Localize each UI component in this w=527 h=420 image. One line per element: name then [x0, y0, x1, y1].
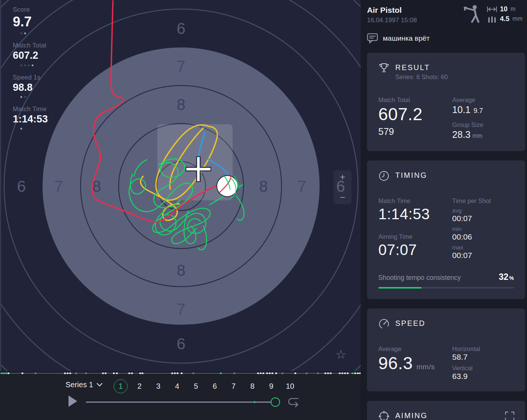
speed-vertical-value: 63.9: [452, 372, 514, 381]
caliber-row: 4.5 mm: [487, 15, 522, 23]
match-time-value: 1:14:53: [378, 205, 452, 223]
series-button-7[interactable]: 7: [227, 379, 241, 393]
stat-score-label: Score: [13, 6, 48, 14]
loop-button[interactable]: [288, 396, 300, 409]
stat-match-time-dots[interactable]: [20, 128, 48, 130]
stat-dot[interactable]: [20, 32, 22, 34]
app-window: 6 7 8 8 7 6 6 7 8 8 7 6: [0, 0, 527, 420]
series-button-1[interactable]: 1: [114, 379, 128, 393]
stats-overlay: Score 9.7 Match Total 607.2 Speed 1s 98.…: [13, 6, 48, 137]
timeline-tick: [257, 373, 259, 374]
series-button-10[interactable]: 10: [283, 379, 297, 393]
stat-speed-dots[interactable]: [20, 96, 48, 98]
tempo-value: 32%: [499, 272, 514, 282]
ring-label-8-bottom: 8: [177, 261, 185, 279]
speed-components-block: Horizontal 58.7 Vertical 63.9: [452, 345, 514, 381]
stat-dot[interactable]: [24, 96, 26, 98]
stat-dot[interactable]: [32, 64, 34, 66]
caliber-unit: mm: [512, 15, 522, 22]
result-match-total-secondary: 579: [378, 126, 452, 137]
series-dropdown[interactable]: Series 1: [65, 380, 102, 389]
timeline-tick: [324, 373, 326, 374]
result-card-titles: RESULT Series: 6 Shots: 60: [395, 63, 448, 81]
distance-unit: m: [510, 6, 515, 12]
series-button-6[interactable]: 6: [208, 379, 222, 393]
series-button-4[interactable]: 4: [170, 379, 184, 393]
timeline-tick: [116, 373, 118, 374]
result-group-size-label: Group Size: [452, 121, 514, 128]
slider-handle[interactable]: [271, 397, 280, 407]
shot-timeline[interactable]: [0, 372, 361, 374]
timeline-tick: [339, 373, 341, 374]
timeline-tick: [64, 373, 66, 374]
timeline-tick: [105, 373, 107, 374]
trophy-icon: [378, 63, 390, 74]
speed-card-header: SPEED: [378, 318, 514, 330]
stat-dot[interactable]: [28, 64, 30, 66]
zoom-in-button[interactable]: +: [334, 171, 352, 183]
distance-row: 10 m: [487, 5, 522, 13]
timeline-tick: [5, 373, 7, 374]
series-button-5[interactable]: 5: [189, 379, 203, 393]
series-button-8[interactable]: 8: [245, 379, 259, 393]
aiming-expand-button[interactable]: [505, 411, 515, 420]
ring-label-6-left: 6: [17, 177, 26, 195]
tempo-number: 32: [499, 272, 509, 282]
aiming-title: AIMING: [395, 411, 428, 420]
result-card: RESULT Series: 6 Shots: 60 Match Total 6…: [367, 53, 525, 151]
speed-card: SPEED Average 96.3mm/s Horizontal 58.7 V…: [367, 309, 525, 391]
series-button-2[interactable]: 2: [133, 379, 146, 393]
result-card-header: RESULT Series: 6 Shots: 60: [378, 63, 514, 81]
stat-dot[interactable]: [20, 128, 22, 130]
series-row: Series 1 1 2 3 4 5 6 7 8 9 10: [0, 379, 361, 394]
stat-dot[interactable]: [24, 32, 26, 34]
series-button-9[interactable]: 9: [264, 379, 278, 393]
ring-label-6-bottom: 6: [177, 335, 185, 353]
shooter-icon: [463, 4, 482, 24]
play-button[interactable]: [68, 395, 78, 409]
tps-avg-label: avg: [452, 207, 514, 214]
ring-label-7-left: 7: [54, 177, 63, 195]
timeline-tick: [269, 373, 271, 374]
stat-dot[interactable]: [20, 64, 22, 66]
target-canvas: 6 7 8 8 7 6 6 7 8 8 7 6: [0, 0, 361, 371]
result-group-size-main: 28.3: [452, 129, 471, 140]
stat-match-time-value: 1:14:53: [13, 113, 48, 125]
zoom-control: + −: [334, 170, 352, 204]
stat-dot[interactable]: [20, 96, 22, 98]
comment-text: машинка врёт: [383, 34, 430, 43]
ring-label-8-right: 8: [259, 177, 268, 195]
result-average-label: Average: [452, 96, 514, 104]
result-average-main: 10.1: [452, 104, 471, 115]
playback-slider[interactable]: [86, 402, 279, 403]
speed-average-value: 96.3mm/s: [378, 353, 452, 374]
zoom-out-button[interactable]: −: [334, 191, 352, 203]
result-match-total-value: 607.2: [378, 104, 452, 125]
comment-icon: [367, 33, 378, 43]
ring-label-8-top: 8: [177, 96, 185, 113]
expand-icon: [505, 411, 515, 420]
ring-label-7-bottom: 7: [177, 300, 185, 318]
stat-match-total-dots[interactable]: [20, 64, 48, 66]
tempo-progress-track: [378, 287, 514, 289]
timeline-tick: [177, 373, 178, 374]
stat-score-dots[interactable]: [20, 32, 48, 34]
comment-row[interactable]: машинка врёт: [367, 33, 527, 43]
match-time-label: Match Time: [378, 197, 452, 205]
slider-green-mark: [254, 401, 256, 403]
sidebar: Air Pistol 16.04.1997 15:08: [361, 0, 527, 420]
result-grid: Match Total 607.2 579 Average 10.19.7 Gr…: [378, 96, 514, 141]
stat-dot[interactable]: [24, 64, 26, 66]
timeline-tick: [220, 373, 222, 374]
series-button-3[interactable]: 3: [151, 379, 165, 393]
speed-average-label: Average: [378, 345, 452, 353]
favorite-star-button[interactable]: ☆: [335, 347, 346, 362]
timing-card-header: TIMING: [378, 170, 514, 182]
timeline-tick: [341, 373, 343, 374]
timeline-tick: [192, 373, 194, 374]
caliber-value: 4.5: [500, 15, 509, 23]
session-header: Air Pistol 16.04.1997 15:08: [361, 0, 527, 27]
distance-value: 10: [500, 5, 507, 13]
chevron-down-icon: [97, 383, 102, 386]
result-average-secondary: 9.7: [474, 107, 483, 115]
